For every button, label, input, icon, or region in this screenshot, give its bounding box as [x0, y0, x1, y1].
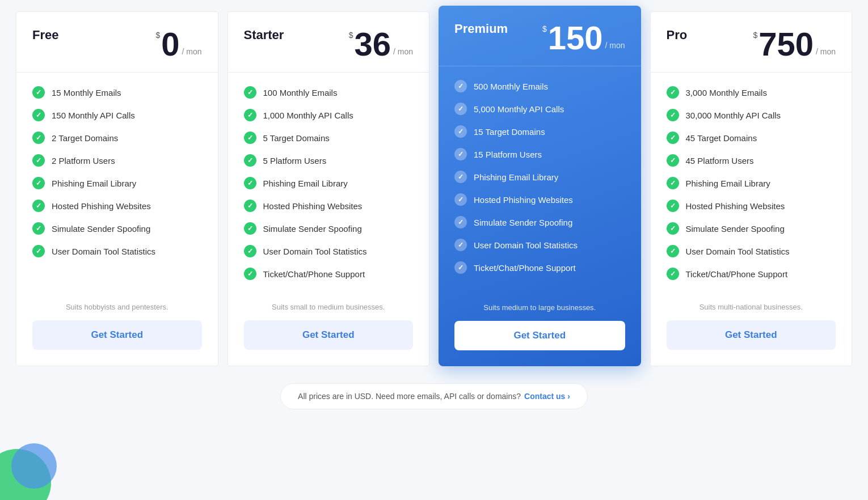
feature-item: User Domain Tool Statistics	[244, 245, 414, 257]
footer-bar: All prices are in USD. Need more emails,…	[280, 383, 588, 409]
plan-header-pro: Pro$750/ mon	[651, 12, 852, 73]
get-started-button-free[interactable]: Get Started	[32, 320, 202, 350]
price-period-pro: / mon	[816, 47, 836, 56]
check-icon	[667, 86, 679, 99]
feature-item: Simulate Sender Spoofing	[454, 216, 625, 228]
feature-item: 5 Platform Users	[244, 154, 414, 167]
get-started-button-premium[interactable]: Get Started	[454, 321, 625, 350]
feature-item: Hosted Phishing Websites	[244, 200, 414, 212]
feature-item: 30,000 Monthly API Calls	[667, 109, 836, 121]
plan-features-premium: 500 Monthly Emails5,000 Monthly API Call…	[439, 66, 641, 294]
check-icon	[667, 200, 679, 212]
check-icon	[32, 222, 45, 235]
plan-tagline-free: Suits hobbyists and pentesters.	[66, 303, 168, 311]
feature-label: Ticket/Chat/Phone Support	[474, 263, 576, 273]
feature-item: 150 Monthly API Calls	[32, 109, 202, 121]
feature-label: Hosted Phishing Websites	[474, 195, 573, 205]
decoration	[0, 426, 74, 500]
feature-label: Simulate Sender Spoofing	[52, 224, 150, 234]
plan-card-starter: Starter$36/ mon100 Monthly Emails1,000 M…	[227, 11, 430, 366]
check-icon	[667, 109, 679, 121]
feature-item: User Domain Tool Statistics	[32, 245, 202, 257]
check-icon	[667, 268, 679, 280]
feature-label: 2 Target Domains	[52, 133, 118, 143]
check-icon	[454, 239, 467, 251]
check-icon	[32, 154, 45, 167]
check-icon	[32, 177, 45, 189]
feature-label: Phishing Email Library	[474, 172, 558, 182]
feature-label: 2 Platform Users	[52, 156, 115, 166]
feature-label: Simulate Sender Spoofing	[474, 218, 572, 227]
pricing-grid: Free$0/ mon15 Monthly Emails150 Monthly …	[11, 11, 857, 366]
feature-item: Hosted Phishing Websites	[32, 200, 202, 212]
plan-tagline-premium: Suits medium to large businesses.	[483, 303, 596, 312]
check-icon	[244, 86, 256, 99]
plan-header-free: Free$0/ mon	[16, 12, 218, 73]
feature-label: 500 Monthly Emails	[474, 82, 548, 91]
feature-item: Simulate Sender Spoofing	[667, 222, 836, 235]
check-icon	[32, 132, 45, 144]
feature-label: 30,000 Monthly API Calls	[686, 111, 781, 120]
plan-name-starter: Starter	[244, 28, 284, 43]
feature-label: 15 Platform Users	[474, 150, 542, 159]
get-started-button-pro[interactable]: Get Started	[667, 320, 836, 350]
feature-item: 15 Monthly Emails	[32, 86, 202, 99]
feature-item: 15 Platform Users	[454, 148, 625, 160]
price-period-starter: / mon	[393, 47, 413, 56]
check-icon	[667, 154, 679, 167]
feature-item: Phishing Email Library	[454, 171, 625, 183]
feature-item: 5,000 Monthly API Calls	[454, 103, 625, 115]
feature-item: Phishing Email Library	[244, 177, 414, 189]
check-icon	[32, 245, 45, 257]
price-dollar-free: $	[155, 31, 160, 39]
feature-label: 5 Target Domains	[263, 133, 330, 143]
plan-features-starter: 100 Monthly Emails1,000 Monthly API Call…	[228, 73, 429, 294]
feature-item: Ticket/Chat/Phone Support	[667, 268, 836, 280]
feature-item: Phishing Email Library	[32, 177, 202, 189]
feature-item: 500 Monthly Emails	[454, 80, 625, 92]
feature-item: Phishing Email Library	[667, 177, 836, 189]
feature-label: User Domain Tool Statistics	[52, 247, 155, 256]
contact-link[interactable]: Contact us ›	[524, 392, 570, 401]
check-icon	[667, 245, 679, 257]
price-amount-premium: 150	[548, 22, 603, 54]
plan-price-wrap-starter: $36/ mon	[349, 28, 413, 61]
plan-tagline-starter: Suits small to medium businesses.	[272, 303, 385, 311]
check-icon	[244, 109, 256, 121]
deco-circle-blue	[11, 443, 57, 489]
plan-price-wrap-free: $0/ mon	[155, 28, 201, 61]
feature-label: User Domain Tool Statistics	[263, 247, 367, 256]
check-icon	[667, 132, 679, 144]
get-started-button-starter[interactable]: Get Started	[244, 320, 414, 350]
plan-footer-premium: Suits medium to large businesses.Get Sta…	[439, 294, 641, 366]
plan-footer-starter: Suits small to medium businesses.Get Sta…	[228, 294, 429, 366]
feature-label: Hosted Phishing Websites	[263, 201, 363, 211]
check-icon	[454, 148, 467, 160]
check-icon	[244, 268, 256, 280]
price-amount-pro: 750	[759, 28, 814, 61]
feature-label: Ticket/Chat/Phone Support	[263, 269, 365, 279]
feature-label: 1,000 Monthly API Calls	[263, 111, 353, 120]
feature-item: 3,000 Monthly Emails	[667, 86, 836, 99]
feature-item: 2 Target Domains	[32, 132, 202, 144]
plan-header-starter: Starter$36/ mon	[228, 12, 429, 73]
feature-item: Simulate Sender Spoofing	[244, 222, 414, 235]
feature-label: 5,000 Monthly API Calls	[474, 104, 564, 114]
check-icon	[32, 86, 45, 99]
check-icon	[32, 109, 45, 121]
plan-header-premium: Premium$150/ mon	[439, 6, 641, 66]
plan-name-premium: Premium	[454, 22, 508, 36]
feature-item: 5 Target Domains	[244, 132, 414, 144]
price-amount-free: 0	[161, 28, 179, 61]
feature-item: Simulate Sender Spoofing	[32, 222, 202, 235]
check-icon	[244, 177, 256, 189]
feature-label: 3,000 Monthly Emails	[686, 88, 767, 98]
plan-card-free: Free$0/ mon15 Monthly Emails150 Monthly …	[16, 11, 218, 366]
plan-price-wrap-premium: $150/ mon	[542, 22, 625, 54]
feature-item: Ticket/Chat/Phone Support	[244, 268, 414, 280]
price-amount-starter: 36	[354, 28, 391, 61]
check-icon	[244, 222, 256, 235]
plan-name-pro: Pro	[667, 28, 688, 43]
feature-label: Ticket/Chat/Phone Support	[686, 269, 788, 279]
feature-item: 45 Platform Users	[667, 154, 836, 167]
